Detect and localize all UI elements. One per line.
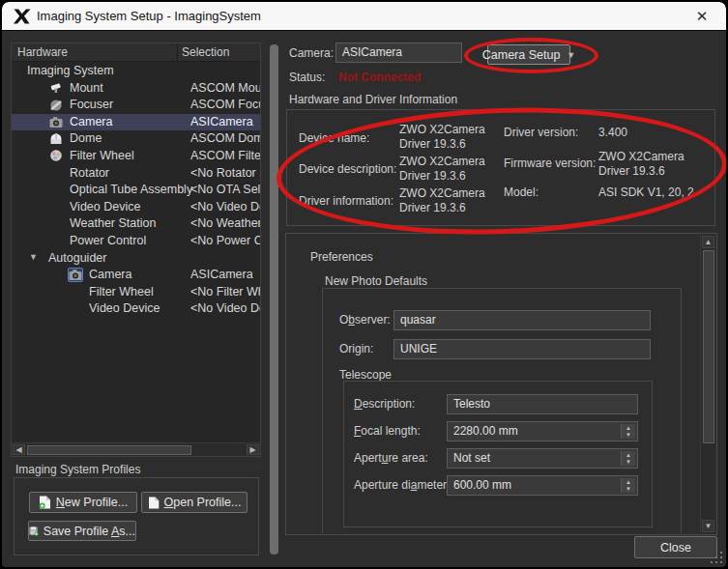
origin-field[interactable]: UNIGE — [393, 339, 651, 359]
tree-row-selection-value: ASCOM Filter W — [190, 149, 260, 162]
observer-value: quasar — [400, 313, 436, 327]
tree-header: Hardware Selection — [12, 43, 260, 62]
tree-row[interactable]: Weather Station<No Weather St — [12, 215, 260, 233]
tree-row[interactable]: FocuserASCOM Focuse — [12, 97, 260, 114]
close-window-icon[interactable]: ✕ — [691, 7, 713, 26]
tree-row-label: Camera — [89, 268, 131, 281]
tree-row[interactable]: Imaging System — [12, 63, 260, 80]
mount-icon — [48, 81, 64, 96]
tree-row[interactable]: Video Device<No Video Devi — [12, 300, 260, 318]
camera-icon — [68, 268, 83, 282]
tree-row[interactable]: CameraASICamera — [12, 267, 260, 284]
model-value: ASI SDK V1, 20, 2 — [598, 185, 713, 200]
focuser-icon — [48, 98, 64, 112]
aperture-area-value: Not set — [453, 451, 490, 465]
new-profile-button[interactable]: New Profile... — [29, 492, 137, 513]
tree-row[interactable]: Video Device<No Video Devi — [12, 199, 260, 216]
camera-device-value: ASICamera — [342, 45, 402, 59]
tree-row-selection-value: <No Video Devi — [190, 200, 260, 213]
profiles-section-title: Imaging System Profiles — [15, 463, 140, 476]
spinner-up-down-icon[interactable]: ▲▼ — [621, 478, 635, 493]
tree-row-selection-value: <No Filter Whe — [190, 285, 260, 299]
scroll-up-icon[interactable]: ▲ — [702, 236, 714, 248]
tree-row-selection-value: <No Rotator Se — [190, 166, 260, 180]
save-disk-icon — [29, 525, 39, 538]
scroll-right-icon[interactable]: ▶ — [247, 444, 259, 455]
aperture-diameter-value: 600.00 mm — [453, 478, 511, 492]
tree-row-selection-value: ASICamera — [190, 268, 260, 281]
aperture-area-spinbox[interactable]: Not set ▲▼ — [447, 448, 638, 469]
driver-info-section-title: Hardware and Driver Information — [289, 93, 457, 106]
tree-horizontal-scrollbar[interactable]: ◀ ▶ — [12, 442, 260, 456]
tree-row-selection-value: <No Weather St — [190, 216, 260, 230]
tree-row[interactable]: CameraASICamera — [12, 114, 260, 131]
tree-row-label: Power Control — [70, 234, 146, 247]
guider-camera-highlight — [68, 268, 83, 282]
tree-row-label: Autoguider — [48, 251, 106, 265]
tree-row-selection-value: <No OTA Select — [190, 183, 260, 196]
firmware-version-label: Firmware version: — [504, 156, 596, 170]
focal-length-spinbox[interactable]: 2280.00 mm ▲▼ — [447, 421, 638, 441]
preferences-vertical-scrollbar[interactable]: ▲ ▼ — [700, 235, 715, 533]
camera-setup-label: Camera Setup — [482, 48, 561, 62]
close-button[interactable]: Close — [634, 536, 717, 558]
profiles-group-box — [14, 477, 259, 555]
preferences-title: Preferences — [310, 250, 373, 264]
column-header-selection[interactable]: Selection — [182, 45, 229, 59]
tree-row[interactable]: Power Control<No Power Cor — [12, 233, 260, 250]
camera-device-field[interactable]: ASICamera — [335, 43, 462, 63]
close-button-label: Close — [660, 541, 691, 555]
tree-row[interactable]: MountASCOM Mount — [12, 80, 260, 98]
origin-value: UNIGE — [400, 342, 437, 356]
scrollbar-thumb[interactable] — [703, 250, 714, 443]
tree-row-label: Dome — [70, 131, 102, 145]
panel-splitter-handle[interactable] — [270, 44, 278, 555]
filterwheel-icon — [48, 149, 64, 163]
focal-length-value: 2280.00 mm — [453, 424, 518, 438]
new-profile-label: New Profile... — [56, 496, 128, 509]
spinner-up-down-icon[interactable]: ▲▼ — [621, 451, 635, 466]
resize-grip[interactable] — [709, 550, 722, 563]
column-divider[interactable] — [177, 43, 178, 61]
camera-icon — [48, 115, 64, 129]
tree-row-label: Imaging System — [27, 64, 114, 77]
tree-row-label: Filter Wheel — [89, 285, 154, 299]
observer-field[interactable]: quasar — [393, 310, 651, 330]
tree-row-label: Optical Tube Assembly — [70, 183, 192, 196]
tree-row[interactable]: Optical Tube Assembly<No OTA Select — [12, 182, 260, 199]
driver-information-value: ZWO X2Camera Driver 19.3.6 — [399, 186, 496, 215]
device-name-label: Device name: — [299, 131, 369, 145]
tree-row[interactable]: Filter Wheel<No Filter Whe — [12, 284, 260, 301]
aperture-diameter-spinbox[interactable]: 600.00 mm ▲▼ — [447, 475, 638, 496]
tree-row-selection-value: ASCOM Focuse — [190, 98, 260, 111]
tree-row-selection-value: <No Power Cor — [190, 234, 260, 247]
hardware-tree: Hardware Selection Imaging SystemMountAS… — [11, 43, 261, 457]
scroll-down-icon[interactable]: ▼ — [702, 520, 714, 532]
tree-row-label: Video Device — [70, 200, 140, 213]
tree-row[interactable]: DomeASCOM Dome — [12, 130, 260, 148]
title-bar[interactable]: Imaging System Setup - ImagingSystem ✕ — [2, 2, 726, 31]
scrollbar-thumb[interactable] — [27, 445, 191, 455]
telescope-title: Telescope — [339, 368, 392, 382]
save-profile-as-button[interactable]: Save Profile As... — [28, 521, 136, 541]
tree-row-label: Camera — [70, 115, 112, 128]
new-photo-defaults-title: New Photo Defaults — [325, 274, 427, 288]
scroll-left-icon[interactable]: ◀ — [13, 444, 25, 455]
tree-row-selection-value: <No Video Devi — [190, 301, 260, 315]
device-description-label: Device description: — [299, 162, 396, 176]
tree-row[interactable]: ▼Autoguider — [12, 250, 260, 268]
column-header-hardware[interactable]: Hardware — [17, 45, 68, 59]
spinner-up-down-icon[interactable]: ▲▼ — [621, 424, 635, 439]
description-field[interactable]: Telesto — [447, 394, 638, 414]
tree-row[interactable]: Filter WheelASCOM Filter W — [12, 148, 260, 165]
tree-row-label: Filter Wheel — [70, 149, 134, 162]
tree-row[interactable]: Rotator<No Rotator Se — [12, 165, 260, 183]
tree-row-label: Focuser — [70, 98, 113, 111]
origin-label: Origin: — [339, 342, 373, 356]
focal-length-label: Focal length: — [354, 424, 421, 438]
camera-setup-button[interactable]: Camera Setup ▼ — [487, 44, 570, 65]
tree-row-label: Mount — [70, 81, 103, 95]
expander-arrow-icon[interactable]: ▼ — [29, 252, 38, 262]
open-profile-button[interactable]: Open Profile... — [141, 492, 248, 513]
status-value: Not Connected — [338, 71, 421, 84]
